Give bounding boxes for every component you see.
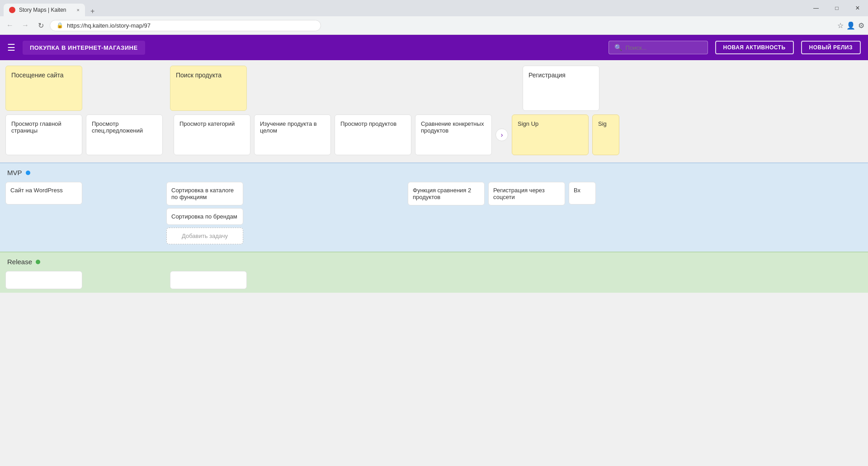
mvp-section: MVP Сайт на WordPress Сортировка в катал… <box>0 162 868 252</box>
search-input[interactable] <box>626 44 698 51</box>
epic-partial <box>603 66 621 111</box>
story-card-1[interactable]: Просмотр главной страницы <box>5 114 82 155</box>
profile-btn[interactable]: 👤 <box>846 21 855 30</box>
mvp-task-col-5: Функция сравнения 2 продуктов <box>408 182 485 205</box>
mvp-task-col-0: Сайт на WordPress <box>5 182 82 204</box>
story-card-4[interactable]: Изучение продукта в целом <box>254 114 331 155</box>
lock-icon: 🔒 <box>57 22 63 29</box>
release-card-1[interactable] <box>5 271 82 289</box>
star-btn[interactable]: ☆ <box>837 21 844 30</box>
new-activity-btn[interactable]: НОВАЯ АКТИВНОСТЬ <box>715 41 794 54</box>
window-maximize-btn[interactable]: □ <box>826 0 847 16</box>
nav-back-btn[interactable]: ← <box>4 19 16 32</box>
mvp-task-col-3 <box>247 182 324 204</box>
tab-favicon <box>9 7 15 13</box>
story-card-5[interactable]: Просмотр продуктов <box>335 114 411 155</box>
epics-row: Посещение сайта Поиск продукта Регистрац… <box>0 60 868 113</box>
extensions-btn[interactable]: ⚙ <box>858 21 864 30</box>
new-tab-btn[interactable]: + <box>87 7 98 15</box>
epic-spacer-5 <box>503 66 519 111</box>
release-card-2 <box>86 271 166 289</box>
search-icon: 🔍 <box>614 44 622 51</box>
mvp-task-card-social[interactable]: Регистрация через соцсети <box>488 182 565 205</box>
browser-window: Story Maps | Kaiten × + — □ × ← → ↻ 🔒 ht… <box>0 0 868 35</box>
mvp-task-card-partial[interactable]: Вх <box>569 182 596 204</box>
browser-tab-active[interactable]: Story Maps | Kaiten × <box>4 4 85 16</box>
stories-row: Просмотр главной страницы Просмотр спец.… <box>0 113 868 162</box>
epic-spacer-3 <box>335 66 415 111</box>
story-card-8-partial[interactable]: Sig <box>592 114 619 155</box>
mvp-task-card-compare[interactable]: Функция сравнения 2 продуктов <box>408 182 485 205</box>
nav-refresh-btn[interactable]: ↻ <box>34 19 47 32</box>
story-card-3[interactable]: Просмотр категорий <box>174 114 250 155</box>
hamburger-menu-btn[interactable]: ☰ <box>7 42 15 53</box>
epic-card-3[interactable]: Регистрация <box>523 66 599 111</box>
mvp-dot <box>26 171 30 175</box>
epic-spacer-2 <box>250 66 331 111</box>
search-bar[interactable]: 🔍 <box>609 41 708 54</box>
mvp-task-card-wordpress[interactable]: Сайт на WordPress <box>5 182 82 204</box>
mvp-task-col-7: Вх <box>569 182 596 204</box>
release-header: Release <box>0 252 868 269</box>
story-card-7[interactable]: Sign Up <box>512 114 589 155</box>
mvp-task-col-6: Регистрация через соцсети <box>488 182 565 205</box>
release-cards-row <box>0 269 868 293</box>
mvp-task-card-sort-catalog[interactable]: Сортировка в каталоге по функциям <box>166 182 243 205</box>
app-header: ☰ ПОКУПКА В ИНТЕРНЕТ-МАГАЗИНЕ 🔍 НОВАЯ АК… <box>0 35 868 60</box>
epic-spacer-4 <box>419 66 499 111</box>
mvp-task-card-sort-brands[interactable]: Сортировка по брендам <box>166 208 243 225</box>
chevron-btn[interactable]: › <box>495 128 508 141</box>
mvp-header: MVP <box>0 163 868 180</box>
story-map-title-btn[interactable]: ПОКУПКА В ИНТЕРНЕТ-МАГАЗИНЕ <box>23 41 145 55</box>
window-controls: — □ × <box>806 0 868 16</box>
epic-spacer-1 <box>86 66 166 111</box>
mvp-task-col-4 <box>327 182 404 204</box>
release-section: Release <box>0 252 868 293</box>
release-label: Release <box>7 258 32 266</box>
release-dot <box>36 260 40 264</box>
window-minimize-btn[interactable]: — <box>806 0 826 16</box>
story-card-2[interactable]: Просмотр спец.предложений <box>86 114 163 155</box>
address-url: https://hq.kaiten.io/story-map/97 <box>67 22 151 29</box>
nav-forward-btn[interactable]: → <box>19 19 32 32</box>
tab-title: Story Maps | Kaiten <box>19 7 73 13</box>
story-map-area: Посещение сайта Поиск продукта Регистрац… <box>0 60 868 466</box>
mvp-task-col-1 <box>86 182 163 204</box>
mvp-cards-row: Сайт на WordPress Сортировка в каталоге … <box>0 180 868 252</box>
story-card-6[interactable]: Сравнение конкретных продуктов <box>415 114 492 155</box>
address-bar[interactable]: 🔒 https://hq.kaiten.io/story-map/97 <box>50 20 321 31</box>
new-release-btn[interactable]: НОВЫЙ РЕЛИЗ <box>801 41 861 54</box>
release-card-3[interactable] <box>170 271 247 289</box>
mvp-label: MVP <box>7 169 22 176</box>
tab-close-btn[interactable]: × <box>77 7 80 13</box>
mvp-task-col-2: Сортировка в каталоге по функциям Сортир… <box>166 182 243 244</box>
window-close-btn[interactable]: × <box>847 0 868 16</box>
add-task-btn[interactable]: Добавить задачу <box>166 228 243 244</box>
epic-card-2[interactable]: Поиск продукта <box>170 66 247 111</box>
epic-card-1[interactable]: Посещение сайта <box>5 66 82 111</box>
